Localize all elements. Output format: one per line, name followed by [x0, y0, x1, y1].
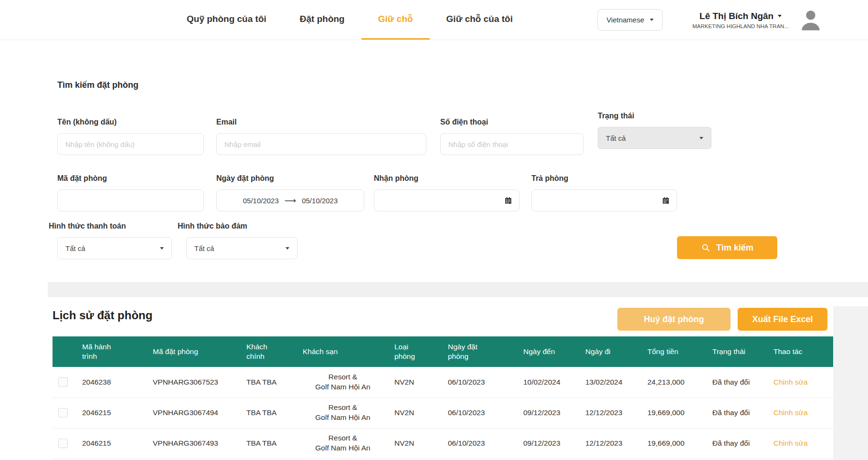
- col-total-header: Tổng tiền: [642, 336, 707, 367]
- col-status-header: Trạng thái: [707, 336, 768, 367]
- guarantee-field: Hình thức bảo đảm Tất cả: [186, 222, 297, 259]
- cell-status: Đã thay đổi: [707, 397, 768, 428]
- calendar-icon[interactable]: [504, 196, 512, 205]
- header-right: Vietnamese Lê Thị Bích Ngân MARKETING HI…: [597, 0, 824, 40]
- search-button[interactable]: Tìm kiếm: [677, 236, 777, 259]
- email-input[interactable]: [216, 133, 426, 155]
- name-field-label: Tên (không dấu): [57, 118, 204, 126]
- col-booked-header: Ngày đặt phòng: [442, 336, 518, 367]
- status-select[interactable]: Tất cả: [598, 127, 711, 149]
- search-button-label: Tìm kiếm: [716, 243, 753, 253]
- table-header-row: Mã hành trình Mã đặt phòng Khách chính K…: [53, 336, 833, 367]
- cell-total: 19,669,000: [642, 397, 707, 428]
- search-row-1: Tên (không dấu) Email Số điện thoại Trạn…: [57, 118, 868, 155]
- cell-code: VPNHARG3067494: [147, 397, 241, 428]
- tab-giu-cho-cua-toi[interactable]: Giữ chỗ của tôi: [430, 0, 529, 40]
- col-arrive-header: Ngày đến: [518, 336, 580, 367]
- search-row-2: Mã đặt phòng Ngày đặt phòng 05/10/2023 ⟶…: [57, 174, 868, 211]
- cell-code: VPNHARG3067523: [147, 367, 241, 397]
- table-row: 2046238 VPNHARG3067523 TBA TBA Resort & …: [53, 367, 833, 397]
- booking-history-section: Lịch sử đặt phòng Huỷ đặt phòng Xuất Fil…: [0, 297, 868, 459]
- cell-arrive: 09/12/2023: [518, 397, 580, 428]
- chevron-down-icon: [160, 247, 164, 250]
- guarantee-label: Hình thức bảo đảm: [178, 222, 297, 230]
- cell-action: Chỉnh sửa: [768, 397, 833, 428]
- booking-code-input[interactable]: [57, 189, 204, 211]
- row-checkbox[interactable]: [58, 408, 68, 418]
- cell-depart: 13/02/2024: [580, 367, 642, 397]
- cell-booked: 06/10/2023: [442, 367, 518, 397]
- edit-link[interactable]: Chỉnh sửa: [773, 439, 808, 447]
- select-column-header: [53, 336, 76, 367]
- chevron-down-icon: [699, 137, 703, 139]
- cell-depart: 12/12/2023: [580, 397, 642, 428]
- user-menu[interactable]: Lê Thị Bích Ngân MARKETING HIGHLAND NHA …: [692, 11, 789, 29]
- cell-room: NV2N: [389, 367, 442, 397]
- cell-arrive: 09/12/2023: [518, 428, 580, 459]
- language-selector-value: Vietnamese: [606, 16, 644, 24]
- language-selector[interactable]: Vietnamese: [597, 9, 663, 31]
- cell-itinerary: 2046215: [76, 428, 147, 459]
- status-field: Trạng thái Tất cả: [598, 112, 711, 149]
- phone-field-label: Số điện thoại: [440, 118, 583, 126]
- cancel-booking-button[interactable]: Huỷ đặt phòng: [617, 308, 730, 331]
- calendar-icon[interactable]: [662, 196, 670, 205]
- name-input[interactable]: [57, 133, 204, 155]
- phone-input[interactable]: [440, 133, 583, 155]
- col-itinerary-header: Mã hành trình: [76, 336, 147, 367]
- name-field: Tên (không dấu): [57, 118, 204, 155]
- tab-giu-cho[interactable]: Giữ chỗ: [361, 0, 430, 40]
- cell-hotel: Resort & Golf Nam Hội An: [297, 428, 389, 459]
- col-depart-header: Ngày đi: [580, 336, 642, 367]
- search-section-title: Tìm kiếm đặt phòng: [57, 80, 868, 90]
- booking-date-field: Ngày đặt phòng 05/10/2023 ⟶ 05/10/2023: [216, 174, 364, 211]
- chevron-down-icon: [650, 19, 654, 21]
- cell-itinerary: 2046238: [76, 367, 147, 397]
- chevron-down-icon: [778, 15, 782, 17]
- cell-hotel: Resort & Golf Nam Hội An: [297, 397, 389, 428]
- checkin-date-input[interactable]: [374, 189, 519, 211]
- checkout-input[interactable]: [539, 190, 662, 211]
- date-to-value: 05/10/2023: [302, 197, 338, 205]
- payment-method-select[interactable]: Tất cả: [57, 237, 172, 259]
- cell-select: [53, 428, 76, 459]
- col-room-header: Loại phòng: [389, 336, 442, 367]
- arrow-right-icon: ⟶: [285, 196, 296, 206]
- cell-guest: TBA TBA: [241, 397, 297, 428]
- status-field-label: Trạng thái: [598, 112, 711, 120]
- table-row: 2046215 VPNHARG3067493 TBA TBA Resort & …: [53, 428, 833, 459]
- date-from-value: 05/10/2023: [243, 197, 279, 205]
- top-header: Quỹ phòng của tôi Đặt phòng Giữ chỗ Giữ …: [0, 0, 868, 40]
- cell-arrive: 10/02/2024: [518, 367, 580, 397]
- booking-history-table: Mã hành trình Mã đặt phòng Khách chính K…: [53, 336, 833, 459]
- email-field: Email: [216, 118, 426, 155]
- search-row-3: Hình thức thanh toán Tất cả Hình thức bả…: [57, 222, 868, 259]
- user-name: Lê Thị Bích Ngân: [699, 11, 773, 21]
- cell-select: [53, 367, 76, 397]
- edit-link[interactable]: Chỉnh sửa: [773, 378, 808, 386]
- booking-date-range-input[interactable]: 05/10/2023 ⟶ 05/10/2023: [216, 189, 364, 211]
- tab-dat-phong[interactable]: Đặt phòng: [283, 0, 361, 40]
- payment-method-field: Hình thức thanh toán Tất cả: [57, 222, 172, 259]
- col-hotel-header: Khách sạn: [297, 336, 389, 367]
- col-guest-header: Khách chính: [241, 336, 297, 367]
- guarantee-select[interactable]: Tất cả: [186, 237, 297, 259]
- edit-link[interactable]: Chỉnh sửa: [773, 408, 808, 417]
- cell-code: VPNHARG3067493: [147, 428, 241, 459]
- checkout-date-input[interactable]: [531, 189, 677, 211]
- row-checkbox[interactable]: [58, 439, 68, 448]
- checkin-label: Nhận phòng: [374, 174, 519, 183]
- page-background-strip: [833, 306, 868, 460]
- col-code-header: Mã đặt phòng: [147, 336, 241, 367]
- export-excel-button[interactable]: Xuất File Excel: [738, 308, 827, 331]
- tab-quy-phong-cua-toi[interactable]: Quỹ phòng của tôi: [170, 0, 283, 40]
- booking-code-field: Mã đặt phòng: [57, 174, 204, 211]
- checkin-input[interactable]: [381, 190, 504, 211]
- booking-search-section: Tìm kiếm đặt phòng Tên (không dấu) Email…: [0, 40, 868, 297]
- row-checkbox[interactable]: [58, 377, 68, 387]
- magnifier-icon: [701, 243, 710, 252]
- user-organization: MARKETING HIGHLAND NHA TRAN...: [692, 23, 789, 29]
- avatar[interactable]: [797, 7, 824, 33]
- cell-total: 24,213,000: [642, 367, 707, 397]
- phone-field: Số điện thoại: [440, 118, 583, 155]
